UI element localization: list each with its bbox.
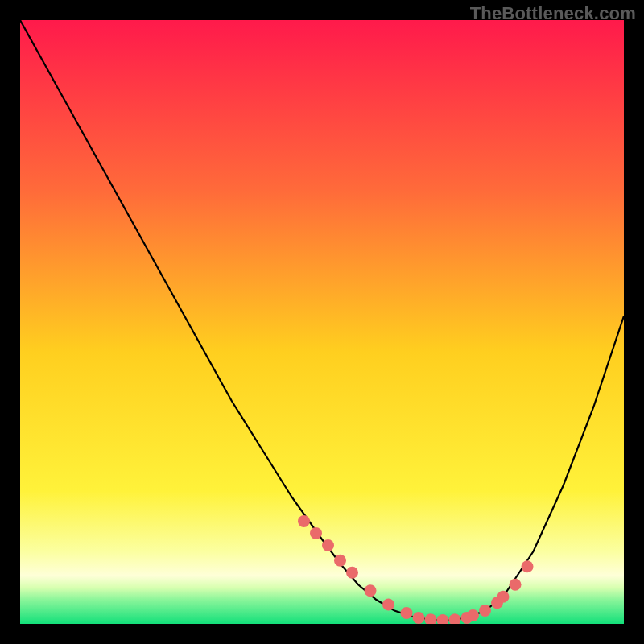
highlight-dot: [510, 579, 522, 591]
highlight-dot: [334, 555, 346, 567]
highlight-dot: [467, 609, 479, 621]
highlight-dot: [479, 605, 491, 617]
highlight-dot: [346, 567, 358, 579]
plot-area: [20, 20, 624, 624]
highlight-dot: [322, 539, 334, 551]
highlight-dot: [382, 599, 394, 611]
highlight-dot: [413, 612, 425, 624]
highlight-dot: [365, 584, 377, 597]
highlight-dot: [497, 591, 510, 603]
chart-svg: [20, 20, 624, 624]
highlight-dot: [401, 607, 413, 619]
highlight-dot: [310, 527, 322, 539]
highlight-dot: [298, 515, 310, 527]
highlight-dot: [522, 560, 534, 572]
chart-frame: TheBottleneck.com: [0, 0, 644, 644]
